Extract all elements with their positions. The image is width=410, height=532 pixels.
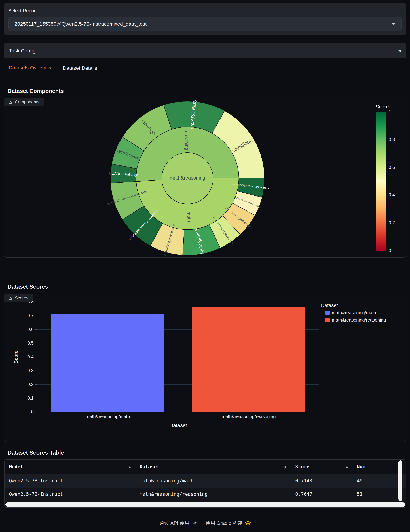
table-cell[interactable]: 0.7143 (291, 474, 352, 487)
y-tick-label: 0 (31, 409, 34, 414)
colorbar-gradient (376, 112, 387, 251)
x-tick-label: math&reasoning/reasoning (222, 414, 276, 419)
table-row: Qwen2.5-7B-Instructmath&reasoning/reason… (5, 487, 406, 501)
column-header-dataset[interactable]: Dataset▲ (135, 460, 291, 474)
table-cell[interactable]: 0.7647 (291, 487, 352, 501)
gradio-logo-icon (245, 520, 251, 526)
table-heading: Dataset Scores Table (8, 449, 64, 456)
scores-chip-label: Scores (15, 295, 29, 301)
gradio-footer: 通过 API 使用 · 使用 Gradio 构建 (0, 520, 410, 527)
colorbar-tick: 0.8 (389, 137, 395, 142)
built-with-gradio-link[interactable]: 使用 Gradio 构建 (205, 520, 243, 527)
components-chip-label: Components (15, 99, 39, 104)
y-tick-label: 0.4 (27, 354, 34, 359)
y-tick-label: 0.7 (27, 313, 34, 318)
table-cell[interactable]: math&reasoning/reasoning (135, 487, 291, 501)
accordion-collapsed-icon: ◀ (398, 48, 401, 52)
colorbar-tick: 0.2 (389, 220, 395, 225)
score-colorbar: Score 10.80.60.40.20 (376, 104, 408, 110)
task-config-accordion[interactable]: Task Config ◀ (4, 43, 406, 58)
table-cell[interactable]: 49 (352, 474, 406, 487)
sort-icon[interactable]: ▲ (126, 465, 131, 468)
table-header-row: Model▲ Dataset▲ Score▲ Num▲ (5, 460, 406, 474)
tab-datasets-overview[interactable]: Datasets Overview (4, 64, 56, 72)
scores-plot-panel: Scores 00.10.20.30.40.50.60.70.8math&rea… (4, 294, 406, 442)
legend-swatch[interactable] (325, 318, 330, 322)
scores-chip[interactable]: Scores (4, 294, 33, 302)
tab-dataset-details[interactable]: Dataset Details (58, 64, 102, 72)
column-header-model[interactable]: Model▲ (5, 460, 135, 474)
sort-icon[interactable]: ▲ (282, 465, 286, 468)
horizontal-scrollbar[interactable] (5, 502, 405, 507)
bar-chart: 00.10.20.30.40.50.60.70.8math&reasoning/… (4, 294, 407, 442)
bar-math&reasoning/math[interactable] (51, 314, 164, 412)
report-dropdown-value: 20250117_155350@Qwen2.5-7B-Instruct:mixe… (14, 21, 392, 27)
scores-heading: Dataset Scores (8, 284, 48, 290)
table-cell[interactable]: math&reasoning/math (135, 474, 291, 487)
y-tick-label: 0.2 (27, 382, 34, 387)
colorbar-tick: 0.6 (389, 165, 395, 170)
sunburst-chart: mathreasoningceval/high_school_mathemati… (4, 98, 407, 258)
column-header-num[interactable]: Num▲ (352, 460, 406, 474)
table-cell[interactable]: Qwen2.5-7B-Instruct (5, 487, 135, 501)
rocket-icon (192, 521, 197, 526)
report-dropdown[interactable]: 20250117_155350@Qwen2.5-7B-Instruct:mixe… (8, 17, 402, 31)
tab-bar: Datasets Overview Dataset Details (4, 64, 406, 72)
legend-entry-label[interactable]: math&reasoning/reasoning (332, 317, 386, 323)
column-header-score[interactable]: Score▲ (291, 460, 352, 474)
x-axis-title: Dataset (170, 423, 187, 428)
use-api-link[interactable]: 通过 API 使用 (159, 520, 189, 527)
y-tick-label: 0.1 (27, 396, 34, 400)
evalscope-dashboard: Select Report 20250117_155350@Qwen2.5-7B… (0, 0, 410, 532)
components-chip[interactable]: Components (4, 98, 44, 106)
y-tick-label: 0.5 (27, 341, 34, 346)
table-body: Qwen2.5-7B-Instructmath&reasoning/math0.… (5, 474, 406, 501)
legend-swatch[interactable] (325, 311, 330, 315)
task-config-label: Task Config (9, 48, 398, 53)
table-cell[interactable]: 51 (352, 487, 406, 501)
sunburst-segment-label: reasoning (184, 130, 190, 150)
bar-math&reasoning/reasoning[interactable] (192, 307, 305, 412)
chart-icon (8, 100, 13, 104)
chevron-down-icon (392, 23, 396, 25)
select-report-label: Select Report (8, 8, 37, 13)
colorbar-tick: 0 (389, 248, 391, 253)
table-cell[interactable]: Qwen2.5-7B-Instruct (5, 474, 135, 487)
y-axis-title: Score (13, 350, 19, 363)
colorbar-title: Score (376, 104, 408, 110)
footer-separator: · (200, 521, 203, 526)
x-tick-label: math&reasoning/math (86, 414, 130, 419)
colorbar-tick: 0.4 (389, 193, 395, 198)
components-plot-panel: Components mathreasoningceval/high_schoo… (4, 98, 406, 257)
vertical-scrollbar[interactable] (398, 460, 402, 501)
legend-entry-label[interactable]: math&reasoning/math (332, 310, 376, 315)
scores-table: Model▲ Dataset▲ Score▲ Num▲ Qwen2.5-7B-I… (4, 459, 406, 508)
components-heading: Dataset Components (8, 88, 64, 95)
colorbar-tick: 1 (389, 109, 391, 114)
y-tick-label: 0.6 (27, 327, 34, 332)
y-tick-label: 0.3 (27, 368, 34, 373)
select-report-panel: Select Report 20250117_155350@Qwen2.5-7B… (4, 3, 406, 35)
sort-icon[interactable]: ▲ (343, 465, 348, 468)
table-row: Qwen2.5-7B-Instructmath&reasoning/math0.… (5, 474, 406, 487)
legend-title: Dataset (321, 303, 338, 308)
sunburst-segment-label: math (186, 211, 192, 222)
sunburst-center-label: math&reasoning (170, 175, 205, 181)
chart-icon (8, 296, 13, 300)
